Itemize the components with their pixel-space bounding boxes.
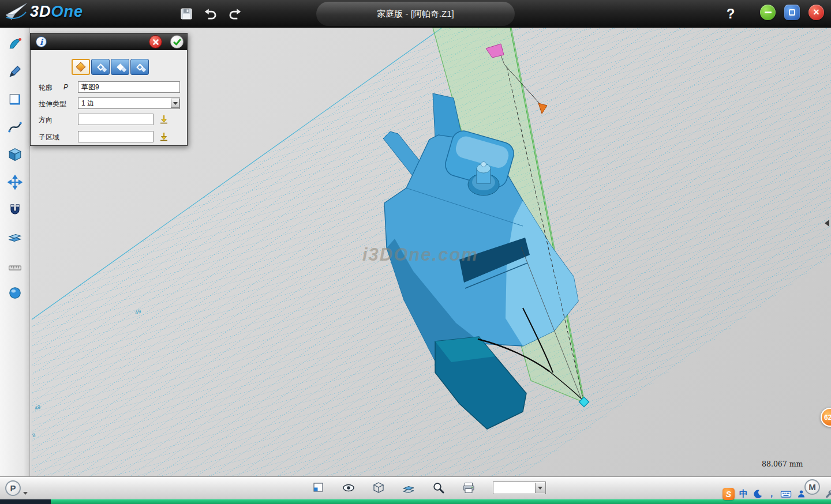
profile-input[interactable] [78, 81, 180, 93]
visibility-button[interactable] [339, 479, 358, 497]
measure-ruler-icon [8, 258, 23, 273]
p-label: P [10, 483, 16, 493]
taskbar-dark-segment [0, 499, 51, 504]
wrench-icon[interactable] [825, 489, 831, 499]
printer-icon [462, 481, 476, 495]
mode-subtract-button[interactable] [111, 59, 129, 75]
extrude-type-dropdown-button[interactable] [171, 99, 179, 108]
view-controls [309, 479, 546, 497]
primitive-tool[interactable] [3, 144, 27, 164]
curve-tool[interactable] [3, 116, 27, 137]
maximize-button[interactable] [784, 5, 800, 20]
sketch-plane-tool[interactable] [3, 89, 27, 109]
lang-zh-icon[interactable]: 中 [739, 488, 748, 499]
diamond-icon [102, 67, 107, 72]
extrude-type-row: 拉伸类型 [31, 97, 187, 110]
profile-row: 轮廓 P [31, 81, 187, 94]
view-combo[interactable] [493, 482, 546, 494]
direction-label: 方向 [39, 115, 53, 125]
combo-dropdown-button[interactable] [535, 483, 545, 493]
panel-collapse-arrow[interactable] [825, 220, 829, 227]
extrude-type-input[interactable] [78, 97, 180, 109]
display-mode-button[interactable] [369, 479, 388, 497]
dialog-header: i [31, 33, 187, 50]
layers-icon [402, 481, 415, 495]
direction-pick-button[interactable] [159, 114, 169, 125]
sketch-plane-icon [8, 92, 23, 107]
dimension-readout: 88.067 mm [762, 460, 803, 468]
cancel-x-icon [152, 38, 160, 46]
profile-tag: P [63, 83, 68, 91]
layers-button[interactable] [399, 479, 418, 497]
curve-icon [8, 119, 23, 134]
help-button[interactable]: ? [721, 4, 740, 24]
show-plane-button[interactable] [309, 479, 328, 497]
subregion-row: 子区域 [31, 131, 187, 144]
profile-label: 轮廓 [39, 83, 53, 93]
maximize-icon [789, 9, 795, 16]
sketch-pen-icon [8, 64, 23, 79]
appearance-tool[interactable] [3, 33, 27, 54]
minimize-button[interactable] [760, 5, 776, 20]
chevron-down-icon [173, 102, 178, 105]
extrude-type-label: 拉伸类型 [39, 99, 66, 109]
close-icon: × [813, 7, 819, 17]
diamond-icon [76, 62, 86, 72]
subregion-pick-button[interactable] [159, 131, 169, 142]
titlebar: 3DOne 家庭版 - [阿帕奇.Z1] ? × [0, 0, 831, 28]
left-toolbar [0, 28, 30, 476]
pick-arrow-icon [159, 114, 169, 125]
mode-intersect-button[interactable] [130, 59, 149, 75]
confirm-check-icon [173, 37, 182, 47]
p-dropdown-caret[interactable] [23, 492, 28, 495]
close-button[interactable]: × [808, 5, 824, 20]
watermark: i3DOne.com [362, 245, 478, 265]
move-tool[interactable] [3, 172, 27, 192]
subregion-label: 子区域 [39, 133, 59, 142]
move-icon [8, 175, 23, 190]
taskbar-green-segment [51, 499, 831, 504]
punctuation-icon[interactable]: ， [768, 489, 776, 499]
keyboard-icon[interactable] [780, 488, 792, 500]
pattern-stack-icon [8, 230, 23, 245]
info-icon: i [36, 36, 47, 47]
pick-arrow-icon [159, 131, 169, 142]
person-icon[interactable] [796, 489, 806, 499]
magnifier-icon [432, 481, 446, 495]
measure-tool[interactable] [3, 255, 27, 275]
material-tool[interactable] [3, 283, 27, 303]
dialog-cancel-button[interactable] [149, 35, 162, 48]
direction-row: 方向 [31, 114, 187, 126]
eye-icon [342, 481, 355, 495]
half-moon-icon[interactable] [753, 489, 763, 499]
dialog-confirm-button[interactable] [170, 35, 184, 48]
primitive-cube-icon [8, 147, 23, 162]
show-plane-icon [312, 481, 325, 495]
diamond-icon [122, 67, 126, 72]
sogou-logo[interactable]: S [723, 488, 735, 500]
part-navigator-button[interactable]: P [5, 480, 21, 496]
pattern-tool[interactable] [3, 227, 27, 247]
boolean-mode-row [72, 59, 149, 75]
input-method-tray: S 中 ， [723, 488, 831, 500]
direction-input[interactable] [78, 114, 154, 125]
magnet-icon [8, 202, 23, 217]
subregion-input[interactable] [78, 131, 154, 142]
appearance-icon [8, 36, 23, 51]
sketch-tool[interactable] [3, 61, 27, 81]
print-button[interactable] [459, 479, 478, 497]
chevron-down-icon [538, 487, 542, 490]
mode-base-button[interactable] [72, 59, 90, 75]
minimize-icon [765, 12, 772, 13]
zoom-button[interactable] [429, 479, 448, 497]
model-mast-nub [481, 162, 486, 167]
extrude-dialog: i 轮廓 P 拉伸类型 方向 [30, 33, 188, 146]
taskbar-strip [0, 499, 831, 504]
mode-add-button[interactable] [91, 59, 110, 75]
constraint-tool[interactable] [3, 200, 27, 220]
wire-cube-icon [372, 481, 385, 495]
badge-count: 62 [824, 413, 831, 422]
diamond-icon [141, 67, 146, 72]
material-sphere-icon [8, 285, 23, 300]
window-title: 家庭版 - [阿帕奇.Z1] [0, 0, 831, 28]
